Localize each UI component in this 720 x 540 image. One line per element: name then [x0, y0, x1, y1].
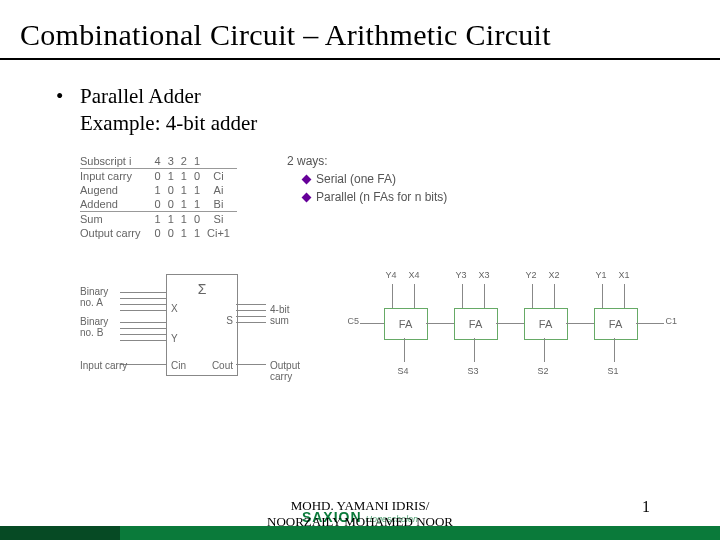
- slide-title: Combinational Circuit – Arithmetic Circu…: [0, 0, 720, 60]
- fa-box-1: FA: [594, 308, 638, 340]
- label-4bit-sum: 4-bit sum: [270, 304, 289, 326]
- fa-box-4: FA: [384, 308, 428, 340]
- label-input-carry: Input carry: [80, 360, 127, 371]
- fa-box-3: FA: [454, 308, 498, 340]
- ways-list: 2 ways: Serial (one FA) Parallel (n FAs …: [287, 154, 447, 208]
- ways-title: 2 ways:: [287, 154, 447, 168]
- bullet-parallel-adder: Parallel Adder: [80, 84, 660, 109]
- example-text: Example: 4-bit adder: [80, 111, 660, 136]
- ways-item-serial: Serial (one FA): [303, 172, 447, 186]
- adder-block: Σ X S Y Cin Cout: [166, 274, 238, 376]
- diamond-icon: [302, 192, 312, 202]
- diamond-icon: [302, 174, 312, 184]
- fa-chain-diagram: FA FA FA FA Y4X: [354, 264, 660, 404]
- footer: SAXION Hogescholen MOHD. YAMANI IDRIS/ N…: [0, 492, 720, 540]
- th-subscript: Subscript i: [80, 154, 155, 169]
- label-binary-a: Binary no. A: [80, 286, 108, 308]
- content-area: Parallel Adder Example: 4-bit adder Subs…: [0, 60, 720, 404]
- fa-box-2: FA: [524, 308, 568, 340]
- label-output-carry: Output carry: [270, 360, 300, 382]
- sigma-icon: Σ: [198, 281, 207, 297]
- dark-green-accent: [0, 526, 120, 540]
- label-c1: C1: [666, 316, 678, 326]
- block-diagram: Σ X S Y Cin Cout: [80, 264, 294, 394]
- label-binary-b: Binary no. B: [80, 316, 108, 338]
- page-number: 1: [642, 498, 650, 516]
- truth-table: Subscript i 4 3 2 1 Input carry0110Ci Au…: [80, 154, 237, 240]
- label-c5: C5: [348, 316, 360, 326]
- ways-item-parallel: Parallel (n FAs for n bits): [303, 190, 447, 204]
